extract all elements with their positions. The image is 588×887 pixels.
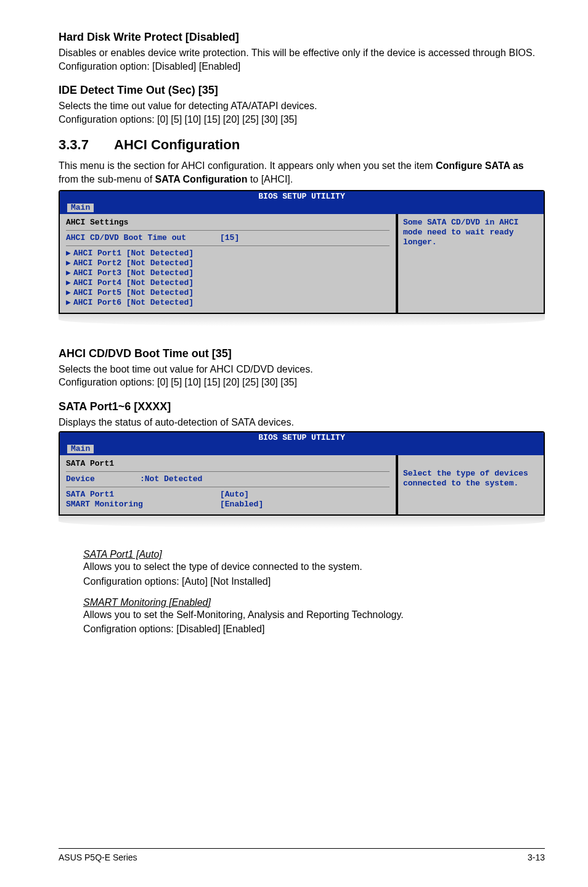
bios-field-value: :Not Detected bbox=[140, 474, 202, 484]
triangle-right-icon: ▶ bbox=[66, 258, 73, 268]
bios-left-heading: SATA Port1 bbox=[66, 459, 390, 469]
bios-field-value: [Auto] bbox=[220, 490, 249, 500]
heading-ide-detect-timeout: IDE Detect Time Out (Sec) [35] bbox=[59, 84, 545, 97]
bios-title-text: BIOS SETUP UTILITY bbox=[60, 433, 544, 443]
bios-submenu-port1[interactable]: ▶AHCI Port1 [Not Detected] bbox=[66, 249, 390, 258]
bios-panel-shadow bbox=[59, 514, 545, 532]
para-hard-disk-write-protect: Disables or enables device write protect… bbox=[59, 46, 545, 73]
bios-row-smart-monitoring[interactable]: SMART Monitoring [Enabled] bbox=[66, 500, 390, 510]
triangle-right-icon: ▶ bbox=[66, 278, 73, 288]
bios-submenu-port2[interactable]: ▶AHCI Port2 [Not Detected] bbox=[66, 258, 390, 268]
para-smart-monitoring-l2: Configration options: [Disabled] [Enable… bbox=[83, 622, 545, 636]
bios-help-text: Select the type of devices connected to … bbox=[403, 469, 539, 489]
bios-panel-sata-port1: BIOS SETUP UTILITY Main SATA Port1 Devic… bbox=[59, 431, 545, 516]
bios-left-pane: SATA Port1 Device :Not Detected SATA Por… bbox=[60, 455, 397, 514]
bios-row-sata-port1[interactable]: SATA Port1 [Auto] bbox=[66, 490, 390, 500]
para-ahci-cddvd-boot-time: Selects the boot time out value for AHCI… bbox=[59, 363, 545, 389]
para-ahci-intro: This menu is the section for AHCI config… bbox=[59, 159, 545, 186]
bios-help-pane: Select the type of devices connected to … bbox=[397, 455, 544, 514]
bios-field-label: AHCI CD/DVD Boot Time out bbox=[66, 233, 220, 243]
triangle-right-icon: ▶ bbox=[66, 298, 73, 308]
subheading-smart-monitoring: SMART Monitoring [Enabled] bbox=[83, 597, 545, 608]
footer-left: ASUS P5Q-E Series bbox=[59, 852, 137, 862]
triangle-right-icon: ▶ bbox=[66, 268, 73, 278]
bios-panel-shadow bbox=[59, 313, 545, 330]
para-sata-port-1-6: Displays the status of auto-detection of… bbox=[59, 416, 545, 429]
bios-submenu-port6[interactable]: ▶AHCI Port6 [Not Detected] bbox=[66, 298, 390, 308]
bios-title-text: BIOS SETUP UTILITY bbox=[60, 192, 544, 202]
heading-hard-disk-write-protect: Hard Disk Write Protect [Disabled] bbox=[59, 31, 545, 44]
bios-row-device: Device :Not Detected bbox=[66, 474, 390, 484]
heading-ahci-configuration: 3.3.7AHCI Configuration bbox=[59, 137, 545, 153]
para-sata-port1-auto-l1: Allows you to select the type of device … bbox=[83, 560, 545, 574]
heading-ahci-cddvd-boot-time: AHCI CD/DVD Boot Time out [35] bbox=[59, 347, 545, 360]
bios-submenu-port5[interactable]: ▶AHCI Port5 [Not Detected] bbox=[66, 288, 390, 298]
triangle-right-icon: ▶ bbox=[66, 249, 73, 258]
bios-tab-main[interactable]: Main bbox=[67, 445, 94, 453]
bios-submenu-port4[interactable]: ▶AHCI Port4 [Not Detected] bbox=[66, 278, 390, 288]
subheading-sata-port1-auto: SATA Port1 [Auto] bbox=[83, 549, 545, 560]
bios-help-text: Some SATA CD/DVD in AHCI mode need to wa… bbox=[403, 218, 539, 247]
footer-page-number: 3-13 bbox=[528, 852, 545, 862]
bios-field-value: [15] bbox=[220, 233, 239, 243]
heading-sata-port-1-6: SATA Port1~6 [XXXX] bbox=[59, 400, 545, 413]
bios-help-pane: Some SATA CD/DVD in AHCI mode need to wa… bbox=[397, 214, 544, 313]
triangle-right-icon: ▶ bbox=[66, 288, 73, 298]
para-smart-monitoring-l1: Allows you to set the Self-Monitoring, A… bbox=[83, 608, 545, 622]
bios-left-pane: AHCI Settings AHCI CD/DVD Boot Time out … bbox=[60, 214, 397, 313]
bios-tab-main[interactable]: Main bbox=[67, 204, 94, 212]
bios-submenu-port3[interactable]: ▶AHCI Port3 [Not Detected] bbox=[66, 268, 390, 278]
bios-field-label: Device bbox=[66, 474, 140, 484]
bios-left-heading: AHCI Settings bbox=[66, 218, 390, 228]
section-title: AHCI Configuration bbox=[114, 137, 240, 152]
page-footer: ASUS P5Q-E Series 3-13 bbox=[59, 848, 545, 862]
bios-field-value: [Enabled] bbox=[220, 500, 263, 510]
para-ide-detect-timeout: Selects the time out value for detecting… bbox=[59, 99, 545, 126]
bios-titlebar: BIOS SETUP UTILITY Main bbox=[60, 432, 544, 455]
para-sata-port1-auto-l2: Configuration options: [Auto] [Not Insta… bbox=[83, 575, 545, 588]
section-number: 3.3.7 bbox=[59, 137, 114, 153]
bios-field-label: SMART Monitoring bbox=[66, 500, 220, 510]
bios-field-label: SATA Port1 bbox=[66, 490, 220, 500]
bios-panel-ahci-settings: BIOS SETUP UTILITY Main AHCI Settings AH… bbox=[59, 190, 545, 314]
bios-row-boot-time-out[interactable]: AHCI CD/DVD Boot Time out [15] bbox=[66, 233, 390, 243]
bios-titlebar: BIOS SETUP UTILITY Main bbox=[60, 191, 544, 214]
